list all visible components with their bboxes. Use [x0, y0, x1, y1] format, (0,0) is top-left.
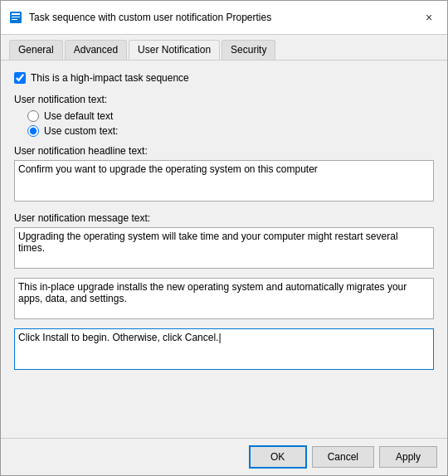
radio-group: Use default text Use custom text:	[27, 110, 434, 137]
dialog: Task sequence with custom user notificat…	[0, 0, 448, 476]
message3-wrapper: Click Install to begin. Otherwise, click…	[14, 328, 434, 372]
message-label: User notification message text:	[14, 212, 434, 224]
headline-textarea[interactable]: Confirm you want to upgrade the operatin…	[14, 160, 434, 202]
dialog-footer: OK Cancel Apply	[1, 438, 447, 475]
radio-default[interactable]	[27, 110, 39, 122]
radio-custom[interactable]	[27, 125, 39, 137]
tab-content: This is a high-impact task sequence User…	[1, 61, 447, 438]
title-bar: Task sequence with custom user notificat…	[1, 1, 447, 35]
notification-text-label: User notification text:	[14, 94, 434, 105]
high-impact-label: This is a high-impact task sequence	[31, 72, 189, 84]
message3-textarea[interactable]: Click Install to begin. Otherwise, click…	[14, 328, 434, 370]
tab-general[interactable]: General	[9, 40, 63, 60]
message2-textarea[interactable]: This in-place upgrade installs the new o…	[14, 278, 434, 319]
headline-label: User notification headline text:	[14, 145, 434, 157]
message2-wrapper: This in-place upgrade installs the new o…	[14, 278, 434, 322]
radio-default-row: Use default text	[27, 110, 434, 122]
tab-security[interactable]: Security	[222, 40, 275, 60]
tab-advanced[interactable]: Advanced	[65, 40, 127, 60]
dialog-icon	[9, 11, 22, 24]
message1-textarea[interactable]: Upgrading the operating system will take…	[14, 227, 434, 269]
message1-wrapper: Upgrading the operating system will take…	[14, 227, 434, 271]
close-button[interactable]: ×	[419, 7, 439, 27]
tab-user-notification[interactable]: User Notification	[129, 40, 220, 60]
headline-wrapper: Confirm you want to upgrade the operatin…	[14, 160, 434, 204]
svg-rect-2	[12, 17, 20, 17]
dialog-title: Task sequence with custom user notificat…	[29, 12, 419, 23]
cancel-button[interactable]: Cancel	[312, 446, 374, 468]
high-impact-checkbox[interactable]	[14, 72, 26, 84]
radio-custom-row: Use custom text:	[27, 125, 434, 137]
high-impact-row: This is a high-impact task sequence	[14, 72, 434, 84]
radio-custom-label: Use custom text:	[44, 125, 118, 137]
radio-default-label: Use default text	[44, 110, 113, 122]
apply-button[interactable]: Apply	[379, 446, 437, 468]
ok-button[interactable]: OK	[249, 445, 307, 469]
svg-rect-3	[12, 19, 17, 20]
tab-bar: General Advanced User Notification Secur…	[1, 35, 447, 61]
svg-rect-1	[12, 13, 20, 15]
high-impact-link: high-impact	[71, 72, 122, 84]
